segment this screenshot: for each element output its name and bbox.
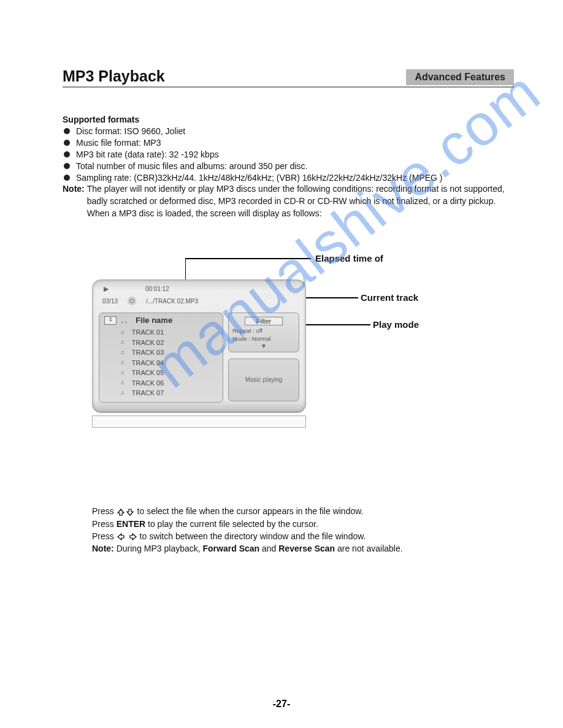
callout-line-playmode (297, 324, 370, 326)
track-label: TRACK 01 (132, 327, 164, 338)
music-playing-box: Masic playing (228, 358, 299, 401)
track-label: TRACK 04 (132, 358, 164, 368)
player-top: ▶ 00:01:12 (93, 280, 305, 293)
page-number: -27- (0, 699, 563, 710)
track-row: ♫TRACK 05 (120, 368, 218, 378)
instruction-line: Press ENTER to play the current file sel… (92, 518, 514, 530)
section-label: Advanced Features (406, 69, 514, 85)
music-note-icon: ♫ (120, 358, 124, 367)
instructions: Press to select the file when the cursor… (92, 505, 514, 555)
left-right-arrow-icon (117, 533, 137, 541)
content: Supported formats Disc format: ISO 9660,… (63, 115, 514, 555)
music-note-icon: ♫ (120, 349, 124, 357)
header-row: MP3 Playback Advanced Features (63, 67, 514, 88)
music-note-icon: ♫ (120, 379, 124, 387)
music-note-icon: ♫ (120, 338, 124, 347)
callout-current: Current track (361, 292, 418, 303)
track-row: ♫TRACK 06 (120, 378, 218, 389)
supported-heading: Supported formats (63, 115, 514, 124)
track-row: ♫TRACK 07 (120, 388, 218, 398)
track-label: TRACK 06 (132, 378, 164, 389)
bottom-bar (92, 415, 306, 428)
forward-scan: Forward Scan (203, 544, 260, 553)
track-label: TRACK 07 (132, 388, 164, 398)
callout-elapsed: Elapsed time of (315, 253, 383, 264)
repeat-row: Repeat : off (232, 327, 295, 335)
track-label: TRACK 02 (132, 338, 164, 348)
instruction-lead: Press (92, 519, 117, 529)
track-path: /.../TRACK 02.MP3 (146, 298, 198, 305)
track-list: ♫TRACK 01 ♫TRACK 02 ♫TRACK 03 ♫TRACK 04 … (104, 327, 218, 398)
instruction-lead: Press (92, 531, 117, 541)
note-label: Note: (92, 544, 117, 553)
bullet-item: MP3 bit rate (data rate): 32 -192 kbps (63, 149, 514, 161)
bullet-item: Sampling rate: (CBR)32kHz/44. 1kHz/48kHz… (63, 172, 514, 184)
track-label: TRACK 05 (132, 368, 164, 378)
track-label: TRACK 03 (132, 347, 164, 358)
dots-icon: . . (121, 317, 127, 324)
track-row: ♫TRACK 03 (120, 347, 218, 358)
note-row: Note: The player will not identify or pl… (63, 183, 514, 219)
track-counter: 03/13 (102, 298, 118, 305)
note-body: The player will not identify or play MP3… (87, 183, 514, 219)
file-title: File name (136, 316, 172, 325)
diagram-area: Elapsed time of Current track Play mode … (63, 243, 514, 451)
instruction-lead: Press (92, 506, 117, 516)
mode-row: Mode : Normal (232, 335, 295, 343)
reverse-scan: Reverse Scan (278, 544, 335, 553)
callout-playmode: Play mode (373, 319, 419, 330)
folder-up-icon: ↥ (104, 316, 117, 325)
page-title: MP3 Playback (63, 67, 165, 85)
instruction-line: Press to switch between the directory wi… (92, 530, 514, 542)
file-panel: ↥ . . File name ♫TRACK 01 ♫TRACK 02 ♫TRA… (99, 313, 223, 403)
instruction-line: Press to select the file when the cursor… (92, 505, 514, 517)
instruction-text: During MP3 playback, (117, 544, 203, 553)
track-row: ♫TRACK 02 (120, 338, 218, 348)
bullet-item: Disc format: ISO 9660, Joliet (63, 126, 514, 137)
bullet-item: Total number of music files and albums: … (63, 161, 514, 172)
player-sub: 03/13 /.../TRACK 02.MP3 (102, 297, 296, 309)
instruction-text: to play the current file selected by the… (148, 519, 318, 529)
play-icon: ▶ (104, 285, 109, 293)
music-note-icon: ♫ (120, 389, 124, 398)
track-row: ♫TRACK 01 (120, 327, 218, 338)
note-label: Note: (63, 183, 85, 219)
chevron-down-icon: ▼ (232, 343, 295, 349)
instruction-line: Note: During MP3 playback, Forward Scan … (92, 542, 514, 555)
track-row: ♫TRACK 04 (120, 358, 218, 368)
enter-key: ENTER (117, 519, 145, 529)
up-down-arrow-icon (117, 508, 135, 517)
instruction-text: to select the file when the cursor appea… (137, 506, 364, 516)
filter-box: Filter Repeat : off Mode : Normal ▼ (228, 313, 299, 352)
bullet-list: Disc format: ISO 9660, Joliet Music file… (63, 126, 514, 183)
instruction-text: and (262, 544, 278, 553)
instruction-text: are not available. (337, 544, 403, 553)
disc-icon (128, 297, 136, 305)
bullet-item: Music file format: MP3 (63, 137, 514, 149)
filter-button[interactable]: Filter (245, 317, 283, 325)
music-note-icon: ♫ (120, 328, 124, 337)
elapsed-time: 00:01:12 (145, 286, 169, 292)
instruction-text: to switch between the directory window a… (140, 531, 366, 541)
music-note-icon: ♫ (120, 369, 124, 377)
player-panel: ▶ 00:01:12 03/13 /.../TRACK 02.MP3 ↥ . .… (92, 279, 306, 413)
